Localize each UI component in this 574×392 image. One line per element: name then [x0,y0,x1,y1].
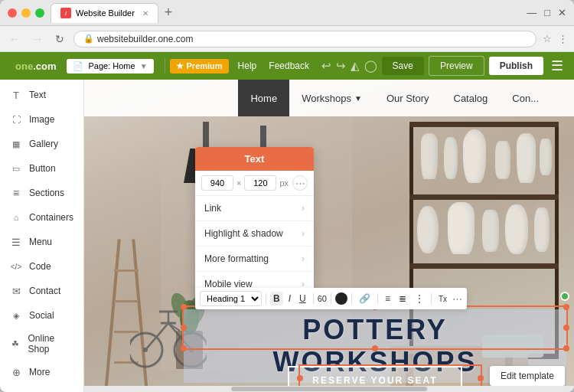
vase-5 [517,133,536,183]
vase-7 [417,206,439,253]
dim-separator: × [236,178,241,188]
italic-button[interactable]: I [285,292,294,305]
shelf-board-1 [409,194,559,200]
text-icon: T [9,88,23,102]
highlight-chevron-icon: › [302,228,305,239]
publish-button[interactable]: Publish [489,57,543,75]
page-selector[interactable]: 📄 Page: Home ▼ [67,59,153,74]
height-input[interactable] [244,175,276,191]
maximize-window-button[interactable] [35,8,44,18]
minimize-window-button[interactable] [21,8,31,18]
heading-select[interactable]: Heading 1 Heading 2 Body [200,291,262,306]
sidebar-item-image[interactable]: ⛶ Image [0,107,83,132]
sidebar-item-online-shop[interactable]: ☘ Online Shop [0,328,83,360]
online-shop-icon: ☘ [9,337,21,351]
window-controls [8,8,44,18]
forward-button[interactable]: → [29,31,46,47]
mobile-view-button[interactable]: ◯ [364,59,377,73]
text-popup-link[interactable]: Link › [195,196,314,221]
sidebar-item-social[interactable]: ◈ Social [0,303,83,328]
lamp-cord-2 [260,126,266,149]
clear-format-button[interactable]: Tx [435,293,450,305]
sidebar-item-contact[interactable]: ✉ Contact [0,279,83,303]
fmt-divider-2 [313,293,314,304]
sidebar-item-sections[interactable]: ≡ Sections [0,181,83,205]
one-com-logo: one.com [8,57,64,75]
sidebar-item-gallery[interactable]: ▦ Gallery [0,132,83,156]
gallery-icon: ▦ [9,137,23,151]
close-button[interactable]: ✕ [558,7,566,18]
save-button[interactable]: Save [382,57,424,75]
minimize-button[interactable]: — [527,7,536,18]
list2-button[interactable]: ⋮ [412,292,427,305]
close-window-button[interactable] [8,8,17,18]
underline-button[interactable]: U [296,292,309,305]
link-button[interactable]: 🔗 [356,292,373,305]
feedback-link[interactable]: Feedback [263,58,315,74]
nav-contact-label: Con... [512,93,539,104]
text-popup: Text × px ⋯ Link › Highlight & shadow › [195,147,314,296]
vase-2 [444,137,458,179]
align-button[interactable]: ≡ [382,292,393,305]
bookmark-icon[interactable]: ☆ [543,33,552,44]
sidebar-item-button[interactable]: ▭ Button [0,156,83,181]
more-icon: ⊕ [9,365,23,379]
browser-tab[interactable]: / Website Builder ✕ [51,3,158,23]
tab-bar: / Website Builder ✕ + [51,3,520,23]
horizontal-scrollbar[interactable] [84,386,574,392]
sections-icon: ≡ [9,186,23,200]
builder-toolbar: one.com 📄 Page: Home ▼ ★ Premium Help Fe… [0,52,574,80]
maximize-button[interactable]: □ [544,7,550,18]
sidebar-label-code: Code [29,261,51,272]
tab-close-icon[interactable]: ✕ [142,9,148,18]
more-format-icon[interactable]: ⋯ [452,293,462,305]
width-input[interactable] [201,175,233,191]
history-button[interactable]: ◭ [351,59,360,73]
refresh-button[interactable]: ↻ [52,31,67,47]
nav-workshops[interactable]: Workshops ▼ [289,80,374,116]
nav-contact[interactable]: Con... [500,80,551,116]
edit-template-button[interactable]: Edit template [490,366,565,386]
toolbar-actions: ↩ ↪ ◭ ◯ Save Preview Publish ☰ [321,56,566,76]
vase-9 [482,210,499,252]
sidebar-item-text[interactable]: T Text [0,83,83,107]
color-picker-button[interactable] [335,292,347,305]
premium-button[interactable]: ★ Premium [170,59,229,74]
code-icon: </> [9,260,23,273]
list1-button[interactable]: ≣ [396,292,409,305]
tab-title: Website Builder [76,8,135,18]
sidebar-label-gallery: Gallery [29,139,58,149]
more-options-icon[interactable]: ⋮ [558,33,568,44]
text-popup-more-formatting[interactable]: More formatting › [195,247,314,272]
site-nav: Home Workshops ▼ Our Story Catalog Con..… [84,80,574,116]
sidebar-label-button: Button [29,163,56,174]
sidebar-item-code[interactable]: </> Code [0,254,83,279]
hamburger-menu-button[interactable]: ☰ [548,57,566,74]
shelf-board-2 [409,263,559,269]
new-tab-button[interactable]: + [161,5,176,21]
nav-home[interactable]: Home [238,80,289,116]
dim-more-button[interactable]: ⋯ [292,175,308,191]
bold-button[interactable]: B [270,292,283,305]
fmt-divider-6 [431,293,432,304]
scroll-thumb[interactable] [231,387,427,391]
browser-frame: / Website Builder ✕ + — □ ✕ ← → ↻ 🔒 webs… [0,0,574,392]
vase-10 [505,204,528,254]
nav-our-story[interactable]: Our Story [374,80,442,116]
text-popup-highlight[interactable]: Highlight & shadow › [195,221,314,247]
nav-catalog[interactable]: Catalog [442,80,501,116]
vase-6 [540,139,552,175]
shelf-board-top [409,122,559,127]
undo-button[interactable]: ↩ [321,59,331,73]
preview-button[interactable]: Preview [429,56,484,76]
sidebar-item-containers[interactable]: ⌂ Containers [0,205,83,230]
help-link[interactable]: Help [232,58,263,74]
url-bar[interactable]: 🔒 websitebuilder.one.com [73,31,536,47]
redo-button[interactable]: ↪ [336,59,346,73]
lamp-cord-1 [203,122,209,149]
sidebar-item-menu[interactable]: ☰ Menu [0,230,83,254]
sidebar-label-more: More [29,367,50,377]
canvas-area: Home Workshops ▼ Our Story Catalog Con..… [84,80,574,392]
back-button[interactable]: ← [6,31,23,47]
sidebar-item-more[interactable]: ⊕ More [0,360,83,384]
